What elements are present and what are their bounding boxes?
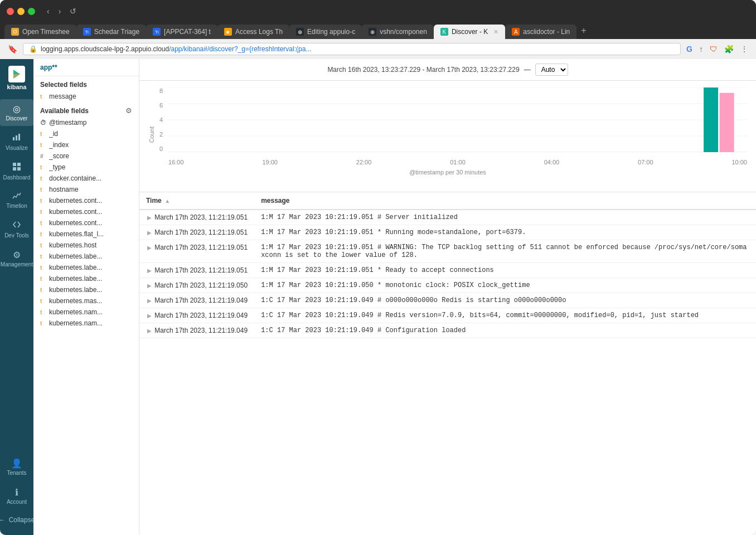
kibana-sidebar: kibana ◎ Discover Visualize Dashboard bbox=[0, 59, 33, 535]
tab-favicon: O bbox=[11, 28, 19, 36]
expand-row-button[interactable]: ▶ bbox=[146, 298, 153, 304]
x-label-1900: 19:00 bbox=[262, 159, 278, 166]
field-k8s-ns-2[interactable]: t kubernetes.nam... bbox=[33, 318, 139, 329]
field-k8s-label-1[interactable]: t kubernetes.labe... bbox=[33, 251, 139, 262]
new-tab-button[interactable]: + bbox=[576, 22, 590, 39]
fields-scroll-area[interactable]: ⏱ @timestamp t _id t _index # _score t bbox=[33, 117, 139, 535]
tab-schedar-triage[interactable]: Ti Schedar Triage bbox=[76, 25, 146, 39]
reload-button[interactable]: ↺ bbox=[67, 6, 79, 17]
sidebar-item-tenants[interactable]: 👤 Tenants bbox=[0, 454, 33, 480]
field-docker-container[interactable]: t docker.containe... bbox=[33, 173, 139, 184]
back-button[interactable]: ‹ bbox=[44, 6, 52, 17]
field-k8s-host[interactable]: t kubernetes.host bbox=[33, 240, 139, 251]
tabs-bar: O Open Timeshee Ti Schedar Triage Ti [AP… bbox=[0, 22, 756, 39]
message-cell: 1:M 17 Mar 2023 10:21:19.051 # WARNING: … bbox=[254, 240, 756, 263]
expand-row-button[interactable]: ▶ bbox=[146, 268, 153, 274]
tab-favicon: Ti bbox=[153, 28, 161, 36]
field-k8s-cont-1[interactable]: t kubernetes.cont... bbox=[33, 195, 139, 206]
svg-rect-4 bbox=[17, 163, 21, 166]
management-icon: ⚙ bbox=[13, 250, 21, 260]
results-container[interactable]: Time ▲ message ▶ March 17th 2023, 11:21:… bbox=[139, 192, 756, 535]
field-type-indicator: t bbox=[40, 220, 46, 226]
sidebar-item-management[interactable]: ⚙ Management bbox=[0, 245, 33, 272]
field-k8s-cont-3[interactable]: t kubernetes.cont... bbox=[33, 217, 139, 228]
table-row: ▶ March 17th 2023, 11:21:19.051 1:M 17 M… bbox=[139, 240, 756, 263]
selected-field-message[interactable]: t message bbox=[33, 91, 139, 102]
sidebar-item-dashboard[interactable]: Dashboard bbox=[0, 158, 33, 185]
app-content: kibana ◎ Discover Visualize Dashboard bbox=[0, 59, 756, 535]
time-cell: ▶ March 17th 2023, 11:21:19.051 bbox=[139, 225, 254, 240]
lock-icon: 🔒 bbox=[29, 45, 37, 53]
field-score[interactable]: # _score bbox=[33, 150, 139, 162]
field-k8s-master[interactable]: t kubernetes.mas... bbox=[33, 295, 139, 307]
extensions-icon[interactable]: 🧩 bbox=[723, 43, 735, 55]
field-k8s-label-4[interactable]: t kubernetes.labe... bbox=[33, 284, 139, 295]
share-icon[interactable]: ↑ bbox=[698, 43, 704, 55]
message-cell: 1:M 17 Mar 2023 10:21:19.051 * Running m… bbox=[254, 225, 756, 240]
tab-close-icon[interactable]: ✕ bbox=[493, 28, 498, 36]
svg-rect-0 bbox=[13, 137, 14, 140]
field-hostname[interactable]: t hostname bbox=[33, 184, 139, 195]
index-name[interactable]: app** bbox=[33, 59, 139, 76]
col-header-message[interactable]: message bbox=[254, 192, 756, 210]
field-name: message bbox=[49, 93, 76, 100]
field-index[interactable]: t _index bbox=[33, 139, 139, 150]
minimize-button[interactable] bbox=[17, 8, 25, 15]
expand-row-button[interactable]: ▶ bbox=[146, 230, 153, 236]
field-type-indicator: # bbox=[40, 153, 46, 159]
expand-row-button[interactable]: ▶ bbox=[146, 245, 153, 251]
maximize-button[interactable] bbox=[28, 8, 35, 15]
field-k8s-ns-1[interactable]: t kubernetes.nam... bbox=[33, 307, 139, 318]
time-cell: ▶ March 17th 2023, 11:21:19.049 bbox=[139, 293, 254, 308]
sidebar-item-account[interactable]: ℹ Account bbox=[0, 483, 33, 509]
google-icon[interactable]: G bbox=[685, 43, 694, 55]
svg-rect-2 bbox=[18, 134, 20, 140]
field-name: kubernetes.host bbox=[49, 241, 96, 249]
svg-rect-13 bbox=[720, 93, 734, 152]
field-k8s-cont-2[interactable]: t kubernetes.cont... bbox=[33, 206, 139, 217]
expand-row-button[interactable]: ▶ bbox=[146, 215, 153, 221]
tab-appcat[interactable]: Ti [APPCAT-364] t bbox=[146, 25, 217, 39]
bookmark-button[interactable]: 🔖 bbox=[7, 43, 18, 55]
sidebar-item-devtools[interactable]: Dev Tools bbox=[0, 216, 33, 243]
field-type-indicator: t bbox=[40, 265, 46, 271]
time-cell: ▶ March 17th 2023, 11:21:19.049 bbox=[139, 323, 254, 338]
tab-vshn[interactable]: ⊕ vshn/componen bbox=[362, 25, 434, 39]
field-name: kubernetes.labe... bbox=[49, 252, 102, 260]
field-type-field[interactable]: t _type bbox=[33, 162, 139, 173]
sidebar-item-timelion[interactable]: Timelion bbox=[0, 187, 33, 213]
expand-row-button[interactable]: ▶ bbox=[146, 313, 153, 319]
field-name: kubernetes.cont... bbox=[49, 197, 102, 205]
field-k8s-label-2[interactable]: t kubernetes.labe... bbox=[33, 262, 139, 273]
time-cell: ▶ March 17th 2023, 11:21:19.051 bbox=[139, 263, 254, 278]
message-cell: 1:M 17 Mar 2023 10:21:19.051 # Server in… bbox=[254, 210, 756, 225]
field-name: kubernetes.labe... bbox=[49, 286, 102, 294]
tab-access-logs[interactable]: ★ Access Logs Th bbox=[217, 25, 289, 39]
field-timestamp[interactable]: ⏱ @timestamp bbox=[33, 117, 139, 128]
tab-open-timesheet[interactable]: O Open Timeshee bbox=[4, 25, 76, 39]
expand-row-button[interactable]: ▶ bbox=[146, 328, 153, 334]
menu-button[interactable]: ⋮ bbox=[739, 43, 749, 55]
tab-favicon: K bbox=[440, 28, 448, 36]
tab-editing-appuio[interactable]: ⊕ Editing appuio-c bbox=[289, 25, 362, 39]
tab-label: Editing appuio-c bbox=[307, 28, 355, 36]
sidebar-item-visualize[interactable]: Visualize bbox=[0, 128, 33, 155]
close-button[interactable] bbox=[7, 8, 14, 15]
collapse-arrow-icon: ← bbox=[0, 516, 6, 524]
address-bar[interactable]: 🔒 logging.apps.cloudscale-lpg-2.appuio.c… bbox=[23, 43, 681, 55]
col-header-time[interactable]: Time ▲ bbox=[139, 192, 254, 210]
field-k8s-flat[interactable]: t kubernetes.flat_l... bbox=[33, 228, 139, 240]
time-range-select[interactable]: Auto bbox=[535, 64, 568, 76]
tenants-icon: 👤 bbox=[11, 458, 22, 469]
field-id[interactable]: t _id bbox=[33, 128, 139, 139]
shield-icon[interactable]: 🛡 bbox=[709, 43, 719, 55]
tab-asciidoctor[interactable]: A asciidoctor - Lin bbox=[505, 25, 576, 39]
devtools-icon bbox=[12, 220, 21, 231]
address-domain: logging.apps.cloudscale-lpg-2.appuio.clo… bbox=[41, 45, 311, 53]
forward-button[interactable]: › bbox=[56, 6, 64, 17]
expand-row-button[interactable]: ▶ bbox=[146, 283, 153, 289]
field-k8s-label-3[interactable]: t kubernetes.labe... bbox=[33, 273, 139, 284]
gear-icon[interactable]: ⚙ bbox=[125, 106, 132, 115]
tab-discover[interactable]: K Discover - K ✕ bbox=[434, 25, 505, 39]
sidebar-item-discover[interactable]: ◎ Discover bbox=[0, 99, 33, 126]
